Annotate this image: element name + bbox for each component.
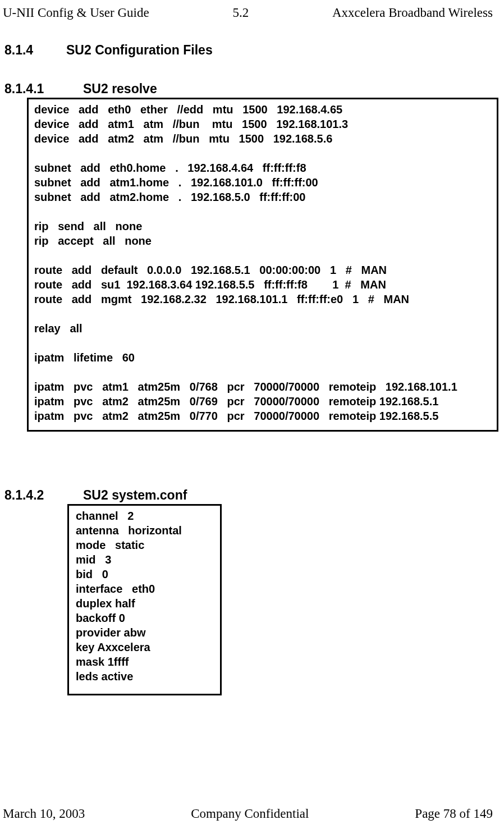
header-right: Axxcelera Broadband Wireless bbox=[332, 6, 493, 20]
section-number: 8.1.4 bbox=[4, 43, 66, 58]
su2-resolve-code: device add eth0 ether //edd mtu 1500 192… bbox=[27, 98, 498, 432]
section-number: 8.1.4.1 bbox=[4, 81, 83, 97]
footer-page: Page 78 of 149 bbox=[415, 807, 493, 821]
header-center: 5.2 bbox=[232, 6, 249, 20]
footer-confidential: Company Confidential bbox=[191, 807, 309, 821]
section-heading-8141: 8.1.4.1 SU2 resolve bbox=[0, 81, 504, 97]
section-title: SU2 Configuration Files bbox=[66, 43, 213, 58]
section-number: 8.1.4.2 bbox=[4, 488, 83, 503]
section-title: SU2 system.conf bbox=[83, 488, 187, 503]
header-left: U-NII Config & User Guide bbox=[3, 6, 149, 20]
page-header: U-NII Config & User Guide 5.2 Axxcelera … bbox=[0, 0, 504, 20]
footer-date: March 10, 2003 bbox=[3, 807, 85, 821]
section-heading-8142: 8.1.4.2 SU2 system.conf bbox=[0, 488, 504, 503]
section-heading-814: 8.1.4 SU2 Configuration Files bbox=[0, 43, 504, 58]
su2-systemconf-code: channel 2 antenna horizontal mode static… bbox=[67, 504, 222, 695]
section-title: SU2 resolve bbox=[83, 81, 157, 97]
page-footer: March 10, 2003 Company Confidential Page… bbox=[0, 807, 504, 821]
